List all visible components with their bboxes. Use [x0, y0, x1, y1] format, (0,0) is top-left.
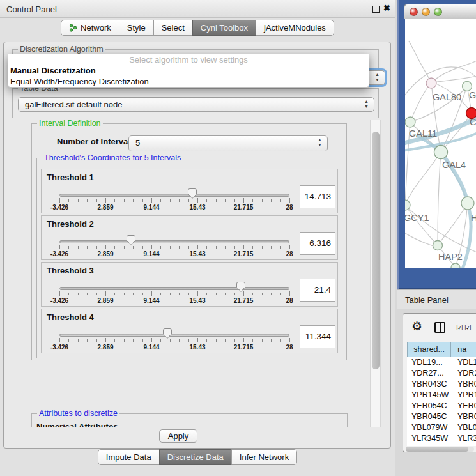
tab-select[interactable]: Select	[153, 20, 193, 36]
slider-tick	[206, 339, 207, 342]
tab-network[interactable]: Network	[61, 20, 119, 36]
slider-tick	[216, 339, 217, 342]
table-row[interactable]: YDR27...YDR2	[407, 368, 476, 379]
h-node[interactable]	[461, 197, 474, 210]
table-cell: YBR0	[452, 379, 476, 390]
cyni-toolbox-panel: Discretization Algorithm ▲▼ Table Data g…	[3, 42, 391, 449]
threshold-value-field[interactable]: 11.344	[300, 325, 335, 348]
slider-thumb[interactable]	[236, 281, 246, 293]
bottom-node[interactable]	[451, 263, 460, 268]
table-row[interactable]: YIL052CYIL0	[407, 444, 476, 446]
checkbox-icon[interactable]: ☑	[464, 323, 472, 332]
slider-thumb[interactable]	[187, 188, 197, 199]
threshold-value-field[interactable]: 21.4	[300, 279, 335, 302]
algorithm-option-equal-width-frequency-discretization[interactable]: Equal Width/Frequency Discretization	[8, 76, 369, 87]
minimize-traffic-light[interactable]	[422, 8, 430, 16]
gal4-node[interactable]	[434, 146, 448, 159]
table-row[interactable]: YBL079WYBL0	[407, 422, 476, 433]
table-panel-titlebar: Table Panel	[397, 289, 476, 309]
slider-thumb[interactable]	[126, 234, 136, 246]
threshold-value-field[interactable]: 14.713	[300, 185, 335, 208]
slider-thumb[interactable]	[162, 328, 173, 339]
slider-tick	[151, 291, 152, 296]
slider-tick	[170, 339, 171, 342]
thresholds-group: Threshold's Coordinates for 5 Intervals …	[36, 158, 341, 358]
slider-tick	[179, 293, 180, 295]
gal80-node[interactable]	[426, 78, 436, 88]
table-cell: YBR043C	[407, 379, 452, 390]
table-data-combobox[interactable]: galFiltered.sif default node ▲▼	[18, 97, 374, 112]
table-hscrollbar-track[interactable]	[406, 447, 474, 452]
tab-jactivemnodules[interactable]: jActiveMNodules	[256, 20, 334, 36]
slider-tick	[87, 246, 88, 249]
float-window-icon[interactable]	[372, 6, 380, 13]
table-row[interactable]: YPR145WYPR1	[407, 390, 476, 401]
slider-scale-label: 2.859	[86, 344, 125, 351]
slider-tick	[289, 245, 290, 249]
slider-scale-label: 9.144	[132, 344, 171, 351]
table-hscrollbar-thumb[interactable]	[406, 447, 468, 452]
panel-scrollbar-thumb[interactable]	[372, 132, 380, 369]
interval-group-title: Interval Definition	[37, 119, 103, 128]
bottom-tab-infer-network[interactable]: Infer Network	[231, 449, 297, 465]
column-header-na[interactable]: na	[451, 342, 476, 357]
gal11-node[interactable]	[405, 117, 415, 127]
slider-tick	[252, 246, 253, 249]
slider-tick	[271, 339, 272, 342]
algorithm-option-manual-discretization[interactable]: Manual Discretization	[8, 65, 369, 76]
panel-scrollbar-track[interactable]	[370, 120, 381, 427]
slider-tick	[262, 199, 263, 202]
apply-button[interactable]: Apply	[159, 429, 197, 443]
split-columns-icon[interactable]	[434, 322, 445, 333]
slider-tick	[78, 246, 79, 249]
combo-arrows-icon: ▲▼	[375, 72, 380, 82]
top-tab-bar: NetworkStyleSelectCyni ToolboxjActiveMNo…	[0, 20, 395, 36]
threshold-value-field[interactable]: 6.316	[300, 232, 335, 255]
slider-scale-label: 21.715	[224, 297, 263, 304]
slider-scale-label: 2.859	[86, 297, 125, 304]
slider-tick	[289, 291, 290, 296]
slider-tick	[114, 246, 115, 249]
bottom-tab-impute-data[interactable]: Impute Data	[98, 449, 160, 465]
tab-style[interactable]: Style	[119, 20, 154, 36]
gear-icon[interactable]: ⚙	[411, 319, 422, 334]
slider-tick	[289, 198, 290, 203]
table-body: YDL19...YDL1YDR27...YDR2YBR043CYBR0YPR14…	[407, 357, 476, 446]
column-header-shared-[interactable]: shared...	[407, 342, 451, 357]
bottom-tab-label: Impute Data	[106, 450, 151, 464]
tab-cyni-toolbox[interactable]: Cyni Toolbox	[192, 20, 256, 36]
checkbox-icon[interactable]: ☑	[456, 323, 463, 332]
threshold-slider-track[interactable]	[59, 334, 289, 337]
node-label: GAL11	[409, 128, 437, 139]
table-row[interactable]: YBR045CYBR0	[407, 411, 476, 422]
number-of-intervals-spinner[interactable]: 5 ▲▼	[128, 135, 328, 151]
slider-tick	[262, 246, 263, 249]
threshold-panel-4: Threshold 4-3.4262.8599.14415.4321.71528…	[41, 309, 338, 353]
table-cell: YIL052C	[407, 444, 452, 446]
slider-tick	[160, 246, 161, 249]
close-traffic-light[interactable]	[410, 8, 418, 16]
close-icon[interactable]: ✖	[383, 3, 390, 13]
table-row[interactable]: YDL19...YDL1	[407, 357, 476, 368]
table-row[interactable]: YBR043CYBR0	[407, 379, 476, 390]
slider-tick	[160, 199, 161, 202]
slider-scale-label: 15.43	[178, 204, 217, 211]
slider-tick	[124, 339, 125, 342]
gcy1-node[interactable]	[405, 200, 410, 210]
threshold-slider-track[interactable]	[59, 194, 289, 197]
slider-tick	[78, 293, 79, 295]
threshold-slider-track[interactable]	[59, 240, 289, 243]
table-row[interactable]: YLR345WYLR3	[407, 433, 476, 444]
slider-tick	[59, 198, 60, 203]
slider-tick	[142, 293, 143, 295]
slider-tick	[234, 293, 235, 295]
table-cell: YPR1	[452, 390, 476, 401]
slider-tick	[142, 339, 143, 342]
table-row[interactable]: YER054CYER0	[407, 401, 476, 411]
hap2-node[interactable]	[433, 241, 443, 250]
threshold-slider-track[interactable]	[59, 287, 289, 290]
network-canvas[interactable]: GAL80GACYGAL11GAL4GCY1HAHAP2	[405, 19, 476, 268]
bottom-tab-discretize-data[interactable]: Discretize Data	[159, 449, 232, 465]
tab-label: Style	[127, 20, 146, 35]
zoom-traffic-light[interactable]	[434, 8, 442, 16]
